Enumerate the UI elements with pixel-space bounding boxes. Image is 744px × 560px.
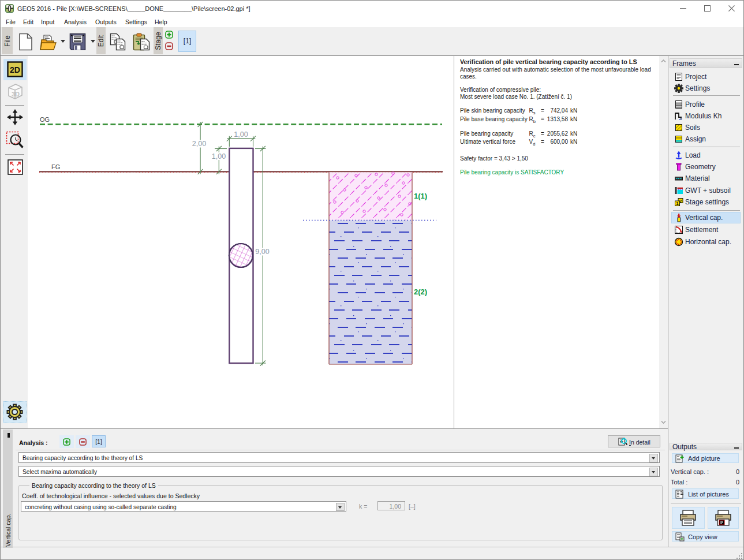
svg-text:1,00: 1,00	[234, 130, 248, 139]
svg-text:1,00: 1,00	[212, 152, 226, 160]
svg-text:2,00: 2,00	[192, 140, 206, 148]
svg-text:1: 1	[676, 201, 679, 206]
svg-text:2(2): 2(2)	[414, 288, 427, 296]
svg-text:1(1): 1(1)	[414, 192, 427, 200]
svg-text:OG: OG	[40, 116, 50, 123]
svg-text:2D: 2D	[10, 65, 20, 74]
svg-text:9,00: 9,00	[255, 248, 269, 256]
svg-text:FG: FG	[51, 163, 60, 170]
svg-text:3D: 3D	[12, 91, 20, 98]
